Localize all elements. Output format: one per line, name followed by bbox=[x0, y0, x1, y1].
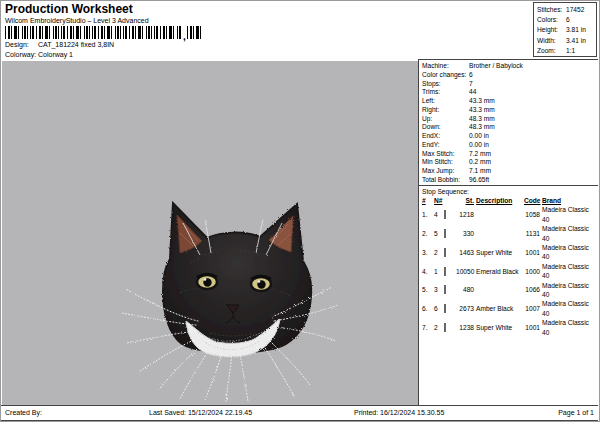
column-header: Brand bbox=[542, 196, 598, 205]
thread-swatch-cell bbox=[444, 285, 454, 294]
stop-sequence-header: #N#St.DescriptionCodeBrand bbox=[422, 196, 598, 205]
stats-value: 1:1 bbox=[566, 46, 575, 56]
machine-row: Max Stitch:7.2 mm bbox=[422, 150, 598, 159]
thread-color-swatch bbox=[444, 323, 446, 332]
thread-code: 1001 bbox=[524, 248, 540, 257]
machine-row: EndX:0.00 in bbox=[422, 132, 598, 141]
thread-code: 1066 bbox=[524, 285, 540, 294]
machine-label: Left: bbox=[422, 97, 469, 106]
machine-row: Up:48.3 mm bbox=[422, 115, 598, 124]
machine-row: Left:43.3 mm bbox=[422, 97, 598, 106]
machine-value: 43.3 mm bbox=[469, 97, 495, 106]
needle-number: 2 bbox=[434, 248, 442, 257]
machine-parameters: Machine:Brother / BabylockColor changes:… bbox=[419, 60, 598, 185]
thread-brand: Madeira Classic 40 bbox=[542, 299, 598, 318]
machine-value: 44 bbox=[469, 88, 476, 97]
thread-code: 1001 bbox=[524, 323, 540, 332]
design-row: Design: CAT_181224 fixed 3,8IN bbox=[5, 41, 114, 48]
stop-sequence-title: Stop Sequence: bbox=[422, 187, 598, 196]
stop-sequence-row: 4.110050Emerald Black1000Madeira Classic… bbox=[422, 262, 598, 281]
thread-description: Super White bbox=[476, 248, 522, 257]
design-barcode: , bbox=[5, 26, 204, 39]
machine-value: 96.65ft bbox=[469, 176, 489, 185]
machine-row: Min Stitch:0.2 mm bbox=[422, 158, 598, 167]
thread-code: 1000 bbox=[524, 267, 540, 276]
stats-row: Zoom:1:1 bbox=[537, 46, 596, 56]
thread-description: Super White bbox=[476, 323, 522, 332]
machine-label: EndY: bbox=[422, 141, 469, 150]
machine-label: Machine: bbox=[422, 62, 469, 71]
column-header: # bbox=[422, 196, 432, 205]
machine-row: Total Bobbin:96.65ft bbox=[422, 176, 598, 185]
stitch-count: 330 bbox=[456, 229, 474, 238]
thread-code: 1007 bbox=[524, 304, 540, 313]
stats-row: Colors:6 bbox=[537, 15, 596, 25]
machine-row: Trims:44 bbox=[422, 88, 598, 97]
machine-label: Up: bbox=[422, 115, 469, 124]
machine-label: Down: bbox=[422, 123, 469, 132]
column-header: Description bbox=[476, 196, 522, 205]
design-preview-area bbox=[2, 61, 418, 405]
stitch-count: 1463 bbox=[456, 248, 474, 257]
stats-label: Colors: bbox=[537, 15, 566, 25]
colorway-value: Colorway 1 bbox=[38, 51, 73, 58]
machine-value: 48.3 mm bbox=[469, 123, 495, 132]
machine-row: Right:43.3 mm bbox=[422, 106, 598, 115]
machine-row: Machine:Brother / Babylock bbox=[422, 62, 598, 71]
column-header: Code bbox=[524, 196, 540, 205]
design-stats-box: Stitches:17452Colors:6Height:3.81 inWidt… bbox=[533, 2, 597, 57]
row-number: 4. bbox=[422, 267, 432, 276]
thread-swatch-cell bbox=[444, 323, 454, 332]
thread-color-swatch bbox=[444, 267, 446, 276]
stitch-count: 480 bbox=[456, 285, 474, 294]
thread-brand: Madeira Classic 40 bbox=[542, 318, 598, 337]
stitch-count: 2673 bbox=[456, 304, 474, 313]
colorway-label: Colorway: bbox=[5, 51, 38, 58]
column-header: N# bbox=[434, 196, 442, 205]
stitch-count: 1218 bbox=[456, 210, 474, 219]
thread-color-swatch bbox=[444, 285, 446, 294]
barcode-separator: , bbox=[183, 31, 186, 42]
thread-color-swatch bbox=[444, 210, 446, 219]
last-saved-label: Last Saved: 15/12/2024 22.19.45 bbox=[149, 409, 252, 416]
production-worksheet-page: Production Worksheet Wilcom EmbroiderySt… bbox=[0, 0, 600, 424]
row-number: 2. bbox=[422, 229, 432, 238]
thread-swatch-cell bbox=[444, 210, 454, 219]
stop-sequence-rows: 1.412181058Madeira Classic 402.53301131M… bbox=[422, 205, 598, 337]
design-label: Design: bbox=[5, 41, 38, 48]
machine-value: 43.3 mm bbox=[469, 106, 495, 115]
row-number: 1. bbox=[422, 210, 432, 219]
app-subtitle: Wilcom EmbroideryStudio – Level 3 Advanc… bbox=[5, 17, 149, 24]
stats-value: 3.81 in bbox=[566, 25, 586, 35]
stats-row: Height:3.81 in bbox=[537, 25, 596, 35]
row-number: 7. bbox=[422, 323, 432, 332]
stop-sequence-row: 3.21463Super White1001Madeira Classic 40 bbox=[422, 243, 598, 262]
needle-number: 2 bbox=[434, 323, 442, 332]
machine-label: Trims: bbox=[422, 88, 469, 97]
machine-label: Max Jump: bbox=[422, 167, 469, 176]
machine-label: Stops: bbox=[422, 80, 469, 89]
created-by-label: Created By: bbox=[5, 409, 42, 416]
machine-label: Right: bbox=[422, 106, 469, 115]
thread-brand: Madeira Classic 40 bbox=[542, 281, 598, 300]
stop-sequence-section: Stop Sequence: #N#St.DescriptionCodeBran… bbox=[419, 185, 598, 337]
needle-number: 3 bbox=[434, 285, 442, 294]
machine-value: 0.2 mm bbox=[469, 158, 491, 167]
row-number: 5. bbox=[422, 285, 432, 294]
stitch-count: 10050 bbox=[456, 267, 474, 276]
row-number: 6. bbox=[422, 304, 432, 313]
needle-number: 1 bbox=[434, 267, 442, 276]
machine-value: 48.3 mm bbox=[469, 115, 495, 124]
machine-value: Brother / Babylock bbox=[469, 62, 523, 71]
machine-row: Down:48.3 mm bbox=[422, 123, 598, 132]
thread-brand: Madeira Classic 40 bbox=[542, 224, 598, 243]
cat-embroidery-design bbox=[110, 193, 350, 408]
stats-row: Width:3.41 in bbox=[537, 36, 596, 46]
machine-label: Total Bobbin: bbox=[422, 176, 469, 185]
stats-value: 17452 bbox=[566, 5, 584, 15]
machine-row: Max Jump:7.1 mm bbox=[422, 167, 598, 176]
machine-value: 0.00 in bbox=[469, 132, 489, 141]
thread-code: 1131 bbox=[524, 229, 540, 238]
stop-sequence-row: 6.62673Amber Black1007Madeira Classic 40 bbox=[422, 299, 598, 318]
machine-info-panel: Machine:Brother / BabylockColor changes:… bbox=[418, 59, 598, 405]
